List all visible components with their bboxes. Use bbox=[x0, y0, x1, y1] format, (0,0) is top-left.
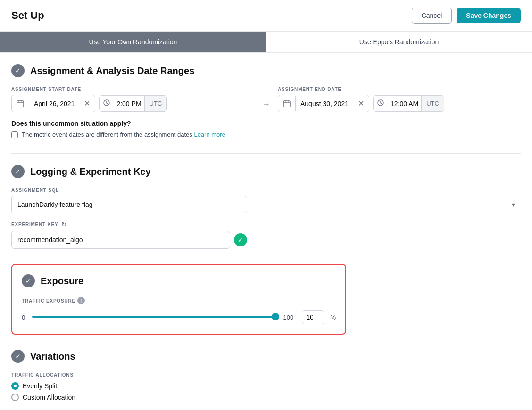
slider-track bbox=[32, 316, 277, 318]
start-date-input[interactable]: April 26, 2021 ✕ bbox=[11, 95, 95, 112]
experiment-key-label: EXPERIMENT KEY bbox=[11, 222, 58, 227]
variations-check-icon: ✓ bbox=[11, 350, 25, 363]
tab-own-randomization[interactable]: Use Your Own Randomization bbox=[0, 32, 266, 52]
traffic-info-icon[interactable]: i bbox=[77, 297, 85, 304]
logging-check-icon: ✓ bbox=[11, 165, 25, 178]
radio-custom-allocation[interactable]: Custom Allocation bbox=[11, 394, 521, 401]
page-title: Set Up bbox=[11, 9, 44, 22]
end-time-value: 12:00 AM bbox=[388, 96, 421, 111]
end-time-input[interactable]: 12:00 AM UTC bbox=[373, 95, 444, 112]
start-date-value: April 26, 2021 bbox=[29, 96, 79, 111]
start-clock-icon bbox=[100, 96, 114, 111]
uncommon-checkbox-row: The metric event dates are different fro… bbox=[11, 131, 521, 138]
traffic-exposure-label-row: TRAFFIC EXPOSURE i bbox=[22, 297, 336, 304]
logging-section-title: Logging & Experiment Key bbox=[30, 166, 151, 177]
assignment-section-header: ✓ Assignment & Analysis Date Ranges bbox=[11, 64, 521, 77]
start-calendar-icon bbox=[12, 96, 29, 111]
end-calendar-icon bbox=[278, 96, 296, 111]
logging-section-header: ✓ Logging & Experiment Key bbox=[11, 165, 521, 178]
uncommon-question: Does this uncommon situation apply? bbox=[11, 120, 521, 127]
radio-evenly-split-dot bbox=[11, 382, 19, 390]
uncommon-checkbox[interactable] bbox=[11, 131, 18, 138]
logging-section: ✓ Logging & Experiment Key ASSIGNMENT SQ… bbox=[11, 165, 521, 249]
variations-section-header: ✓ Variations bbox=[11, 350, 521, 363]
date-arrow-icon: → bbox=[262, 99, 270, 109]
end-date-group: ASSIGNMENT END DATE August 30, 2021 ✕ bbox=[278, 87, 521, 112]
assignment-section-title: Assignment & Analysis Date Ranges bbox=[30, 66, 194, 76]
start-date-group: ASSIGNMENT START DATE April 26, 2021 ✕ bbox=[11, 87, 254, 112]
end-date-label: ASSIGNMENT END DATE bbox=[278, 87, 521, 92]
end-clock-icon bbox=[374, 96, 388, 111]
slider-fill bbox=[32, 316, 277, 318]
save-changes-button[interactable]: Save Changes bbox=[457, 8, 521, 23]
slider-container bbox=[32, 316, 277, 319]
sql-label: ASSIGNMENT SQL bbox=[11, 188, 521, 193]
slider-percent-label: % bbox=[330, 314, 336, 321]
variations-section: ✓ Variations TRAFFIC ALLOCATIONS Evenly … bbox=[11, 350, 521, 401]
start-time-value: 2:00 PM bbox=[114, 96, 144, 111]
exposure-section: ✓ Exposure TRAFFIC EXPOSURE i 0 100 % bbox=[11, 264, 346, 335]
assignment-check-icon: ✓ bbox=[11, 64, 25, 77]
tab-eppo-randomization[interactable]: Use Eppo's Randomization bbox=[266, 32, 532, 52]
uncommon-section: Does this uncommon situation apply? The … bbox=[11, 120, 521, 138]
page-header: Set Up Cancel Save Changes bbox=[0, 0, 532, 32]
svg-rect-2 bbox=[283, 101, 290, 107]
slider-min-label: 0 bbox=[22, 314, 26, 321]
end-date-value: August 30, 2021 bbox=[296, 96, 353, 111]
experiment-key-row: ✓ bbox=[11, 231, 247, 249]
experiment-key-input[interactable] bbox=[11, 231, 230, 249]
cancel-button[interactable]: Cancel bbox=[412, 8, 452, 24]
end-date-input[interactable]: August 30, 2021 ✕ bbox=[278, 95, 369, 112]
exposure-section-header: ✓ Exposure bbox=[22, 274, 336, 287]
exposure-section-title: Exposure bbox=[41, 276, 83, 287]
experiment-key-valid-icon: ✓ bbox=[234, 233, 247, 246]
radio-evenly-split-label: Evenly Split bbox=[23, 382, 57, 390]
radio-evenly-split[interactable]: Evenly Split bbox=[11, 382, 521, 390]
refresh-icon[interactable]: ↻ bbox=[61, 221, 66, 228]
slider-max-label: 100 bbox=[283, 314, 296, 321]
experiment-key-label-row: EXPERIMENT KEY ↻ bbox=[11, 221, 521, 228]
end-date-clear-icon[interactable]: ✕ bbox=[353, 95, 369, 112]
sql-select-wrapper: LaunchDarkly feature flag Custom SQL ▾ bbox=[11, 196, 521, 213]
header-actions: Cancel Save Changes bbox=[412, 8, 521, 24]
end-utc-label: UTC bbox=[421, 96, 444, 111]
select-chevron-icon: ▾ bbox=[512, 201, 515, 208]
tab-bar: Use Your Own Randomization Use Eppo's Ra… bbox=[0, 32, 532, 53]
start-date-clear-icon[interactable]: ✕ bbox=[79, 95, 95, 112]
traffic-alloc-label: TRAFFIC ALLOCATIONS bbox=[11, 372, 521, 377]
learn-more-link[interactable]: Learn more bbox=[194, 131, 225, 138]
svg-rect-0 bbox=[17, 101, 24, 107]
variations-section-title: Variations bbox=[30, 351, 75, 362]
exposure-check-icon: ✓ bbox=[22, 274, 35, 287]
slider-thumb[interactable] bbox=[272, 313, 279, 320]
slider-value-input[interactable] bbox=[302, 310, 324, 324]
radio-custom-allocation-label: Custom Allocation bbox=[23, 394, 75, 401]
start-date-label: ASSIGNMENT START DATE bbox=[11, 87, 254, 92]
start-utc-label: UTC bbox=[144, 96, 167, 111]
main-content: ✓ Assignment & Analysis Date Ranges ASSI… bbox=[0, 53, 532, 410]
slider-row: 0 100 % bbox=[22, 310, 336, 324]
assignment-section: ✓ Assignment & Analysis Date Ranges ASSI… bbox=[11, 64, 521, 138]
start-time-input[interactable]: 2:00 PM UTC bbox=[99, 95, 167, 112]
radio-custom-allocation-dot bbox=[11, 394, 19, 401]
uncommon-checkbox-label: The metric event dates are different fro… bbox=[22, 131, 225, 138]
date-range-row: ASSIGNMENT START DATE April 26, 2021 ✕ bbox=[11, 87, 521, 112]
sql-select[interactable]: LaunchDarkly feature flag Custom SQL bbox=[11, 196, 247, 213]
